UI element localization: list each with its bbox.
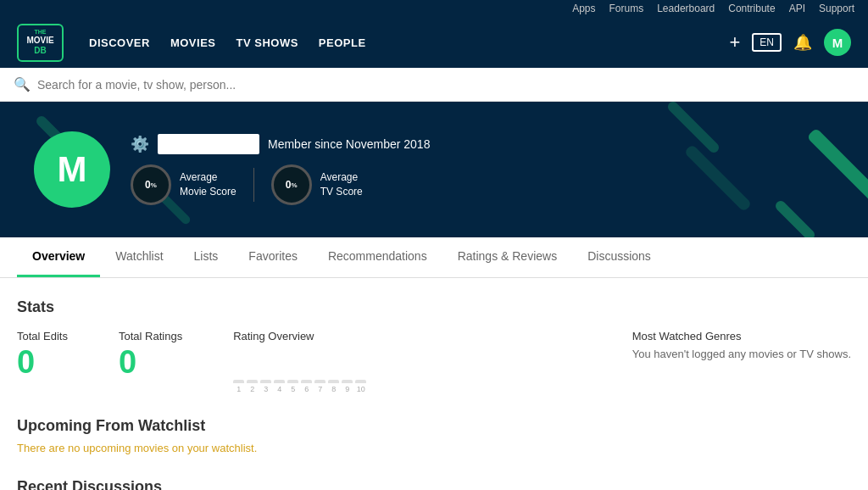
bar-6 bbox=[301, 380, 312, 383]
movie-score-label: Average Movie Score bbox=[180, 170, 236, 199]
top-bar: Apps Forums Leaderboard Contribute API S… bbox=[0, 0, 868, 17]
main-content: Stats Total Edits 0 Total Ratings 0 Rati… bbox=[0, 278, 868, 490]
logo-the: THE bbox=[35, 29, 47, 36]
support-link[interactable]: Support bbox=[819, 3, 854, 14]
rating-label-9: 9 bbox=[342, 385, 353, 393]
user-avatar[interactable]: M bbox=[824, 29, 851, 56]
score-divider bbox=[253, 168, 254, 202]
tab-ratings-reviews[interactable]: Ratings & Reviews bbox=[442, 237, 573, 277]
total-edits-label: Total Edits bbox=[17, 330, 68, 342]
search-input[interactable] bbox=[37, 78, 854, 92]
rating-label-6: 6 bbox=[301, 385, 312, 393]
tab-favorites[interactable]: Favorites bbox=[233, 237, 313, 277]
upcoming-heading: Upcoming From Watchlist bbox=[17, 417, 851, 435]
rating-overview-block: Rating Overview bbox=[233, 330, 386, 393]
main-nav: THE MOVIE DB DISCOVER MOVIES TV SHOWS PE… bbox=[0, 17, 868, 68]
nav-right: + EN 🔔 M bbox=[729, 29, 851, 56]
movie-score-circle: 0% bbox=[131, 164, 171, 205]
nav-people[interactable]: PEOPLE bbox=[319, 36, 366, 49]
tv-score-circle: 0% bbox=[271, 164, 312, 205]
tab-watchlist[interactable]: Watchlist bbox=[100, 237, 178, 277]
tv-score-block: 0% Average TV Score bbox=[271, 164, 363, 205]
rating-label-5: 5 bbox=[287, 385, 298, 393]
hero-name-row: ⚙️ Member since November 2018 bbox=[131, 134, 430, 154]
bar-5 bbox=[287, 380, 298, 383]
contribute-link[interactable]: Contribute bbox=[728, 3, 775, 14]
stats-row: Total Edits 0 Total Ratings 0 Rating Ove… bbox=[17, 330, 851, 393]
leaderboard-link[interactable]: Leaderboard bbox=[657, 3, 715, 14]
upcoming-section: Upcoming From Watchlist There are no upc… bbox=[17, 417, 851, 454]
tab-discussions[interactable]: Discussions bbox=[572, 237, 666, 277]
rating-overview-title: Rating Overview bbox=[233, 330, 386, 342]
bar-10 bbox=[355, 380, 366, 383]
total-ratings-value: 0 bbox=[119, 346, 182, 378]
tab-lists[interactable]: Lists bbox=[179, 237, 234, 277]
rating-label-7: 7 bbox=[314, 385, 326, 393]
rating-chart: 1 2 3 4 5 6 7 8 9 10 bbox=[233, 349, 386, 393]
settings-icon[interactable]: ⚙️ bbox=[131, 135, 149, 153]
movie-score-block: 0% Average Movie Score bbox=[131, 164, 236, 205]
rating-bars bbox=[233, 349, 386, 383]
api-link[interactable]: API bbox=[789, 3, 805, 14]
bar-3 bbox=[260, 380, 271, 383]
rating-label-3: 3 bbox=[260, 385, 271, 393]
nav-movies[interactable]: MOVIES bbox=[170, 36, 216, 49]
bar-7 bbox=[314, 380, 326, 383]
rating-label-1: 1 bbox=[233, 385, 244, 393]
logo-movie: MOVIE bbox=[26, 36, 53, 46]
tabs-bar: Overview Watchlist Lists Favorites Recom… bbox=[0, 237, 868, 278]
hero-username-box bbox=[158, 134, 259, 154]
tv-score-sup: % bbox=[291, 181, 297, 189]
stats-section: Stats Total Edits 0 Total Ratings 0 Rati… bbox=[17, 298, 851, 393]
nav-links: DISCOVER MOVIES TV SHOWS PEOPLE bbox=[89, 36, 366, 49]
search-bar: 🔍 bbox=[0, 68, 868, 102]
nav-discover[interactable]: DISCOVER bbox=[89, 36, 150, 49]
forums-link[interactable]: Forums bbox=[609, 3, 644, 14]
rating-label-4: 4 bbox=[274, 385, 285, 393]
bar-8 bbox=[328, 380, 339, 383]
add-button[interactable]: + bbox=[729, 31, 740, 53]
nav-tvshows[interactable]: TV SHOWS bbox=[236, 36, 298, 49]
profile-avatar: M bbox=[34, 131, 110, 208]
logo-db: DB bbox=[34, 46, 46, 56]
bar-1 bbox=[233, 380, 244, 383]
language-button[interactable]: EN bbox=[752, 33, 782, 52]
rating-label-8: 8 bbox=[328, 385, 339, 393]
bar-9 bbox=[342, 380, 353, 383]
tab-overview[interactable]: Overview bbox=[17, 237, 100, 277]
stats-heading: Stats bbox=[17, 298, 851, 316]
hero-info: ⚙️ Member since November 2018 0% Average… bbox=[131, 134, 430, 205]
apps-link[interactable]: Apps bbox=[572, 3, 595, 14]
bar-4 bbox=[274, 380, 285, 383]
rating-labels: 1 2 3 4 5 6 7 8 9 10 bbox=[233, 385, 386, 393]
rating-label-10: 10 bbox=[355, 385, 366, 393]
member-since: Member since November 2018 bbox=[268, 137, 430, 151]
recent-discussions-heading: Recent Discussions bbox=[17, 478, 851, 490]
total-edits-value: 0 bbox=[17, 346, 68, 378]
logo[interactable]: THE MOVIE DB bbox=[17, 24, 64, 62]
tv-score-value: 0 bbox=[286, 179, 292, 191]
genres-empty: You haven't logged any movies or TV show… bbox=[632, 348, 851, 360]
recent-discussions-section: Recent Discussions bbox=[17, 478, 851, 490]
hero-scores: 0% Average Movie Score 0% Average TV Sco… bbox=[131, 164, 430, 205]
notification-bell-icon[interactable]: 🔔 bbox=[793, 33, 812, 52]
tab-recommendations[interactable]: Recommendations bbox=[313, 237, 442, 277]
movie-score-value: 0 bbox=[145, 179, 151, 191]
bar-2 bbox=[247, 380, 258, 383]
total-ratings-label: Total Ratings bbox=[119, 330, 182, 342]
tv-score-label: Average TV Score bbox=[320, 170, 363, 199]
total-ratings-block: Total Ratings 0 bbox=[119, 330, 182, 378]
search-icon: 🔍 bbox=[14, 76, 31, 92]
movie-score-sup: % bbox=[151, 181, 157, 189]
hero-banner: M ⚙️ Member since November 2018 0% Avera… bbox=[0, 102, 868, 237]
upcoming-empty: There are no upcoming movies on your wat… bbox=[17, 442, 851, 454]
rating-label-2: 2 bbox=[247, 385, 258, 393]
genres-block: Most Watched Genres You haven't logged a… bbox=[632, 330, 851, 360]
genres-title: Most Watched Genres bbox=[632, 330, 851, 342]
total-edits-block: Total Edits 0 bbox=[17, 330, 68, 378]
